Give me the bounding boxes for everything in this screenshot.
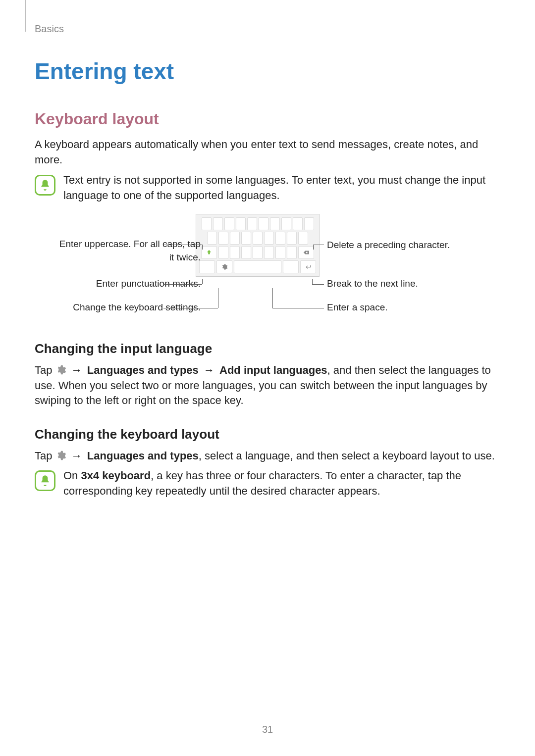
bell-icon bbox=[35, 470, 55, 491]
space-key bbox=[234, 260, 281, 273]
backspace-key bbox=[298, 246, 314, 259]
intro-paragraph: A keyboard appears automatically when yo… bbox=[35, 137, 500, 168]
callout-delete: Delete a preceding character. bbox=[327, 239, 450, 252]
section-heading-keyboard-layout: Keyboard layout bbox=[35, 108, 500, 130]
note-block-2: On 3x4 keyboard, a key has three or four… bbox=[35, 468, 500, 499]
gear-icon bbox=[55, 364, 66, 375]
bell-icon bbox=[35, 175, 55, 196]
page-number: 31 bbox=[0, 722, 535, 736]
paragraph-keyboard-layout: Tap → Languages and types, select a lang… bbox=[35, 449, 500, 464]
note-text-2: On 3x4 keyboard, a key has three or four… bbox=[63, 468, 500, 499]
breadcrumb: Basics bbox=[35, 19, 500, 55]
note-text-1: Text entry is not supported in some lang… bbox=[63, 173, 500, 203]
enter-key bbox=[300, 260, 316, 273]
callout-space: Enter a space. bbox=[327, 301, 388, 314]
callout-uppercase-l2: it twice. bbox=[59, 251, 201, 264]
gear-icon bbox=[55, 450, 66, 461]
note-block-1: Text entry is not supported in some lang… bbox=[35, 173, 500, 203]
shift-key bbox=[201, 246, 217, 259]
settings-key bbox=[216, 260, 232, 273]
heading-changing-keyboard-layout: Changing the keyboard layout bbox=[35, 425, 500, 443]
keyboard-graphic bbox=[196, 214, 320, 277]
page-title: Entering text bbox=[35, 55, 500, 87]
symbol-key bbox=[199, 260, 215, 273]
heading-changing-input-language: Changing the input language bbox=[35, 340, 500, 357]
callout-nextline: Break to the next line. bbox=[327, 277, 418, 291]
paragraph-input-language: Tap → Languages and types → Add input la… bbox=[35, 363, 500, 408]
keyboard-diagram: Enter uppercase. For all caps, tap it tw… bbox=[35, 214, 500, 323]
